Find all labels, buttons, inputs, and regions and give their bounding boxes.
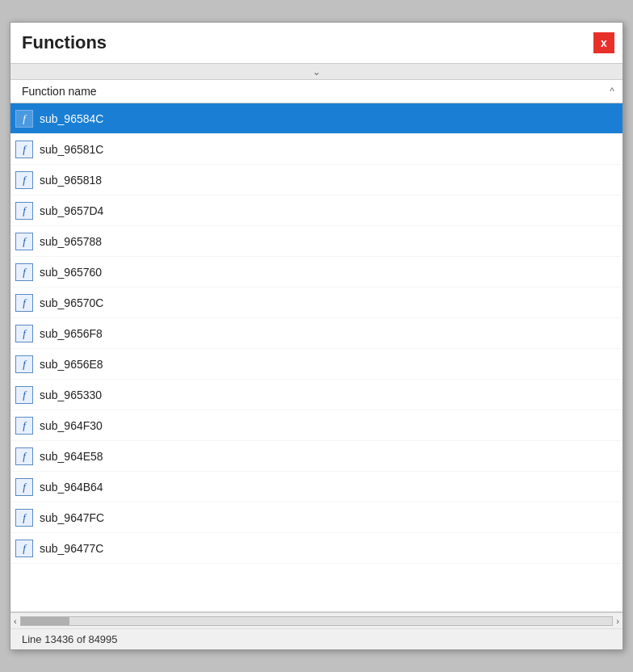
sort-arrow-icon: ^ — [610, 86, 614, 97]
function-icon: f — [15, 263, 33, 281]
horizontal-scrollbar[interactable]: ‹ › — [10, 612, 623, 628]
list-item[interactable]: fsub_964B64 — [10, 472, 623, 502]
list-item[interactable]: fsub_96581C — [10, 134, 623, 165]
function-icon: f — [15, 386, 33, 404]
function-name: sub_96477C — [40, 542, 103, 555]
function-name: sub_964F30 — [40, 419, 103, 432]
collapse-bar[interactable]: ⌄ — [10, 64, 623, 80]
scroll-left-icon[interactable]: ‹ — [14, 616, 17, 626]
horiz-scroll-track[interactable] — [20, 616, 614, 626]
function-name: sub_965788 — [40, 235, 102, 248]
function-list-scroll[interactable]: fsub_96584Cfsub_96581Cfsub_965818fsub_96… — [10, 103, 623, 611]
function-name: sub_965818 — [40, 174, 102, 187]
function-icon: f — [15, 447, 33, 465]
list-item[interactable]: fsub_964E58 — [10, 441, 623, 472]
list-item[interactable]: fsub_9657D4 — [10, 195, 623, 226]
function-icon: f — [15, 294, 33, 312]
function-name: sub_96570C — [40, 296, 103, 309]
status-text: Line 13436 of 84995 — [22, 633, 118, 645]
function-name: sub_9657D4 — [40, 204, 103, 217]
close-button[interactable]: x — [593, 32, 614, 53]
list-item[interactable]: fsub_96477C — [10, 533, 623, 564]
list-item[interactable]: fsub_96570C — [10, 288, 623, 318]
scroll-right-icon[interactable]: › — [616, 616, 619, 626]
function-name: sub_9656F8 — [40, 327, 103, 340]
column-function-name: Function name — [22, 85, 97, 98]
list-item[interactable]: fsub_965760 — [10, 257, 623, 288]
title-bar: Functions x — [10, 23, 623, 64]
function-name: sub_964B64 — [40, 481, 103, 494]
function-name: sub_96584C — [40, 112, 103, 125]
function-name: sub_965330 — [40, 388, 102, 401]
window-title: Functions — [22, 32, 107, 53]
function-icon: f — [15, 478, 33, 496]
list-item[interactable]: fsub_964F30 — [10, 410, 623, 441]
function-icon: f — [15, 202, 33, 220]
function-name: sub_96581C — [40, 143, 103, 156]
function-icon: f — [15, 540, 33, 557]
function-icon: f — [15, 325, 33, 342]
function-list-container: fsub_96584Cfsub_96581Cfsub_965818fsub_96… — [10, 103, 623, 612]
list-item[interactable]: fsub_9656F8 — [10, 318, 623, 349]
function-icon: f — [15, 141, 33, 158]
column-header[interactable]: Function name ^ — [10, 80, 623, 103]
function-icon: f — [15, 233, 33, 250]
horiz-scroll-thumb[interactable] — [21, 617, 69, 625]
function-name: sub_9656E8 — [40, 358, 103, 371]
status-bar: Line 13436 of 84995 — [10, 628, 623, 649]
function-icon: f — [15, 110, 33, 128]
function-name: sub_964E58 — [40, 450, 103, 463]
list-item[interactable]: fsub_96584C — [10, 103, 623, 134]
function-icon: f — [15, 355, 33, 373]
list-item[interactable]: fsub_965330 — [10, 380, 623, 410]
functions-window: Functions x ⌄ Function name ^ fsub_96584… — [10, 22, 623, 650]
list-item[interactable]: fsub_965788 — [10, 226, 623, 257]
function-icon: f — [15, 509, 33, 527]
list-item[interactable]: fsub_9656E8 — [10, 349, 623, 380]
function-name: sub_9647FC — [40, 511, 104, 524]
list-item[interactable]: fsub_9647FC — [10, 502, 623, 533]
function-icon: f — [15, 171, 33, 189]
collapse-arrow-icon: ⌄ — [312, 66, 321, 78]
function-name: sub_965760 — [40, 266, 102, 279]
function-icon: f — [15, 417, 33, 435]
list-item[interactable]: fsub_965818 — [10, 165, 623, 195]
